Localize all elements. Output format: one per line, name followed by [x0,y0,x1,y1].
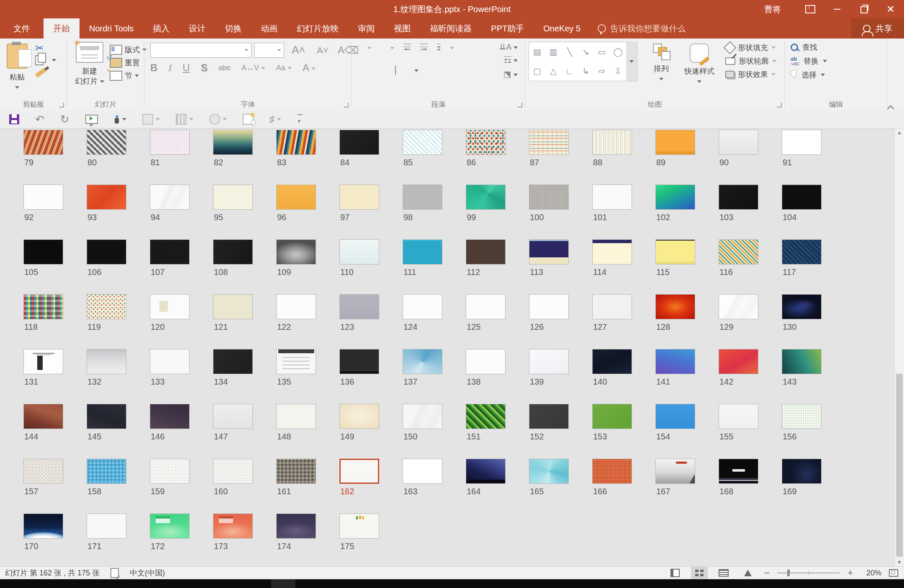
slide-thumbnail-image[interactable] [23,404,63,429]
slide-thumbnail-114[interactable]: 114 [592,239,633,294]
shape-glyph[interactable]: ⇨ [598,66,606,76]
slide-thumbnail-image[interactable] [213,294,253,319]
slide-thumbnail-159[interactable]: 159 [150,459,190,514]
paragraph-dialog-launcher[interactable] [517,103,522,108]
slide-thumbnail-142[interactable]: 142 [719,349,759,404]
slide-thumbnail-image[interactable] [592,130,632,155]
shape-outline-button[interactable]: 形状轮廓 [725,56,776,66]
ribbon-tab-动画[interactable]: 动画 [251,18,287,39]
slide-thumbnail-84[interactable]: 84 [339,130,380,185]
slide-thumbnail-169[interactable]: 169 [782,459,822,514]
slide-thumbnail-image[interactable] [87,514,126,539]
slide-thumbnail-image[interactable] [276,239,316,264]
slide-thumbnail-108[interactable]: 108 [213,239,254,294]
ribbon-tab-切换[interactable]: 切换 [215,18,251,39]
slide-thumbnail-image[interactable] [655,239,695,264]
slide-thumbnail-166[interactable]: 166 [592,459,633,514]
share-button[interactable]: 共享 [851,18,904,39]
ribbon-tab-Nordri Tools[interactable]: Nordri Tools [80,18,143,39]
tell-me-box[interactable]: 告诉我你想要做什么 [590,18,693,39]
slide-thumbnail-109[interactable]: 109 [276,239,317,294]
cut-button[interactable]: ✂ [35,44,56,52]
slide-thumbnail-image[interactable] [23,239,63,264]
slide-thumbnail-image[interactable] [529,130,569,155]
slide-thumbnail-image[interactable] [719,404,758,429]
slide-thumbnail-image[interactable] [276,459,316,484]
font-color-button[interactable]: A [303,62,316,74]
slide-thumbnail-image[interactable] [655,459,695,484]
start-slideshow-button[interactable] [85,115,98,124]
slide-thumbnail-image[interactable] [150,349,190,374]
slide-thumbnail-161[interactable]: 161 [276,459,317,514]
slide-thumbnail-144[interactable]: 144 [23,404,64,459]
redo-button[interactable]: ↻ [60,114,69,125]
slide-thumbnail-image[interactable] [466,130,506,155]
slide-thumbnail-107[interactable]: 107 [150,239,190,294]
slide-thumbnail-image[interactable] [466,349,506,374]
slide-thumbnail-image[interactable] [87,349,126,374]
slide-thumbnail-image[interactable] [213,514,253,539]
slide-thumbnail-105[interactable]: 105 [23,239,64,294]
slide-thumbnail-137[interactable]: 137 [403,349,443,404]
grow-font-button[interactable]: A˄ [292,44,306,56]
slide-thumbnail-image[interactable] [23,459,63,484]
copy-button[interactable] [35,55,56,65]
qat-customize-button[interactable]: ▔▾ [297,116,303,123]
slide-thumbnail-110[interactable]: 110 [339,239,380,294]
slide-thumbnail-image[interactable] [592,404,632,429]
scroll-up-arrow[interactable]: ▲ [895,128,904,137]
drawing-dialog-launcher[interactable] [777,103,782,108]
slide-thumbnail-image[interactable] [213,130,253,155]
slide-thumbnail-140[interactable]: 140 [592,349,633,404]
slide-thumbnail-87[interactable]: 87 [529,130,570,185]
slide-thumbnail-image[interactable] [213,239,253,264]
slide-thumbnail-image[interactable] [339,404,379,429]
ribbon-tab-OneKey 5[interactable]: OneKey 5 [534,18,590,39]
slide-thumbnail-image[interactable] [529,459,569,484]
slide-thumbnail-image[interactable] [719,459,758,484]
slide-thumbnail-111[interactable]: 111 [403,239,443,294]
slide-thumbnail-image[interactable] [466,459,506,484]
slide-thumbnail-83[interactable]: 83 [276,130,317,185]
shape-effects-button[interactable]: 形状效果 [725,69,776,80]
slide-thumbnail-image[interactable] [339,514,379,539]
ribbon-tab-审阅[interactable]: 审阅 [348,18,384,39]
slide-thumbnail-145[interactable]: 145 [87,404,127,459]
slide-thumbnail-image[interactable] [529,185,569,210]
slide-thumbnail-157[interactable]: 157 [23,459,64,514]
line-spacing-button[interactable]: ↕ [437,44,441,52]
slide-thumbnail-122[interactable]: 122 [276,294,317,349]
slide-thumbnail-image[interactable] [592,294,632,319]
slide-thumbnail-image[interactable] [213,404,253,429]
zoom-slider-thumb[interactable] [787,570,790,576]
slide-thumbnail-131[interactable]: 131 [23,349,64,404]
slide-thumbnail-image[interactable] [592,349,632,374]
shape-glyph[interactable]: ▥ [550,47,557,57]
ribbon-display-options-button[interactable] [797,0,824,18]
slide-thumbnail-158[interactable]: 158 [87,459,127,514]
slide-thumbnail-174[interactable]: 174 [276,514,317,567]
slide-thumbnail-154[interactable]: 154 [655,404,696,459]
slide-thumbnail-image[interactable] [719,185,758,210]
slide-thumbnail-128[interactable]: 128 [655,294,696,349]
format-painter-button[interactable] [35,68,56,72]
slide-thumbnail-image[interactable] [782,404,822,429]
shapes-gallery-more-button[interactable] [626,42,637,81]
slide-thumbnail-91[interactable]: 91 [782,130,822,185]
slide-thumbnail-image[interactable] [403,130,442,155]
paste-button[interactable]: 粘贴 [3,42,31,98]
shape-glyph[interactable]: ▤ [533,47,541,57]
slide-thumbnail-106[interactable]: 106 [87,239,127,294]
slide-thumbnail-image[interactable] [655,294,695,319]
ribbon-tab-插入[interactable]: 插入 [143,18,179,39]
slide-thumbnail-123[interactable]: 123 [339,294,380,349]
slide-thumbnail-image[interactable] [87,185,126,210]
distribute-button[interactable] [395,66,396,75]
select-button[interactable]: 选择 [791,70,887,80]
slide-thumbnail-image[interactable] [592,239,632,264]
slide-thumbnail-116[interactable]: 116 [719,239,759,294]
shape-glyph[interactable]: ◯ [613,47,622,57]
slide-thumbnail-79[interactable]: 79 [23,130,64,185]
slide-thumbnail-96[interactable]: 96 [276,185,317,239]
slide-thumbnail-image[interactable] [276,404,316,429]
